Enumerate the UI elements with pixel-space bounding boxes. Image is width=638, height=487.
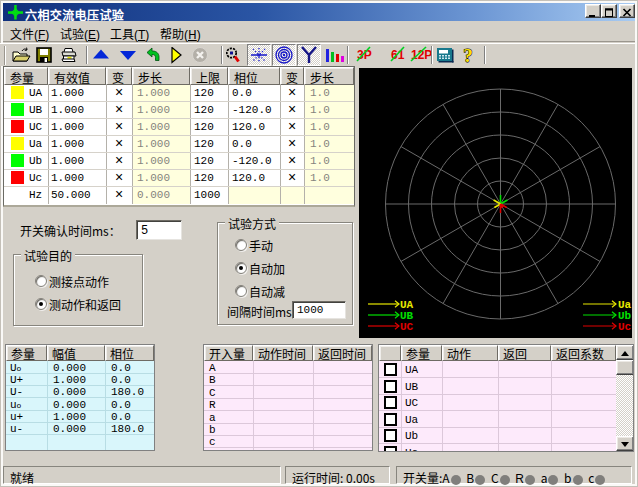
- svg-text:UC: UC: [400, 321, 414, 333]
- svg-text:Uc: Uc: [618, 321, 631, 333]
- svg-text:?: ?: [463, 46, 473, 66]
